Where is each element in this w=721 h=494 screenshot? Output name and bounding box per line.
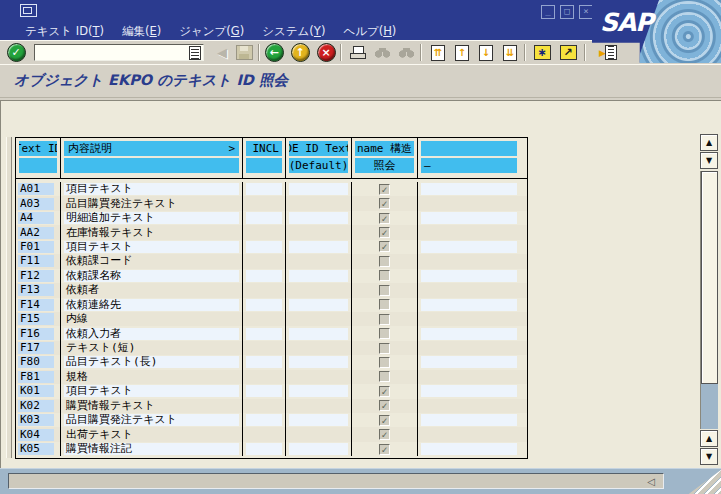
- structure-lookup-checkbox[interactable]: ✓: [379, 444, 390, 455]
- structure-lookup-checkbox[interactable]: [379, 328, 390, 339]
- description-field[interactable]: 依頼課コード: [64, 255, 239, 267]
- de-id-text-field[interactable]: [289, 183, 348, 195]
- structure-lookup-checkbox[interactable]: ✓: [379, 429, 390, 440]
- text-id-field[interactable]: F17: [18, 342, 54, 354]
- de-id-text-field[interactable]: [289, 356, 348, 368]
- de-id-text-field[interactable]: [289, 371, 348, 383]
- text-id-field[interactable]: A03: [18, 198, 54, 210]
- minimize-button[interactable]: _: [541, 5, 555, 19]
- incl-field[interactable]: [246, 356, 282, 368]
- structure-lookup-checkbox[interactable]: [379, 285, 390, 296]
- help-list-button[interactable]: ▶: [596, 43, 620, 62]
- command-history-icon[interactable]: [189, 46, 201, 60]
- find-next-button[interactable]: [396, 43, 416, 62]
- extra-field[interactable]: [421, 429, 517, 441]
- extra-field[interactable]: [421, 212, 517, 224]
- last-page-button[interactable]: ⇊: [500, 43, 520, 62]
- structure-lookup-checkbox[interactable]: [379, 314, 390, 325]
- description-field[interactable]: 明細追加テキスト: [64, 212, 239, 224]
- incl-field[interactable]: [246, 270, 282, 282]
- text-id-field[interactable]: F14: [18, 299, 54, 311]
- page-up-button[interactable]: ↑: [452, 43, 472, 62]
- description-field[interactable]: 出荷テキスト: [64, 429, 239, 441]
- extra-field[interactable]: [421, 183, 517, 195]
- structure-lookup-checkbox[interactable]: [379, 371, 390, 382]
- scroll-up-button[interactable]: ▲: [700, 134, 718, 151]
- structure-lookup-checkbox[interactable]: ✓: [379, 400, 390, 411]
- de-id-text-field[interactable]: [289, 241, 348, 253]
- text-id-field[interactable]: A4: [18, 212, 54, 224]
- structure-lookup-checkbox[interactable]: [379, 270, 390, 281]
- page-up-exit-button[interactable]: ↑: [290, 43, 310, 62]
- incl-field[interactable]: [246, 284, 282, 296]
- extra-field[interactable]: [421, 356, 517, 368]
- extra-field[interactable]: [421, 313, 517, 325]
- de-id-text-field[interactable]: [289, 342, 348, 354]
- scroll-down-button-bottom[interactable]: ▼: [700, 448, 718, 465]
- description-field[interactable]: 依頼入力者: [64, 328, 239, 340]
- extra-field[interactable]: [421, 328, 517, 340]
- de-id-text-field[interactable]: [289, 227, 348, 239]
- structure-lookup-checkbox[interactable]: [379, 343, 390, 354]
- de-id-text-field[interactable]: [289, 299, 348, 311]
- save-button[interactable]: [234, 43, 254, 62]
- extra-field[interactable]: [421, 270, 517, 282]
- structure-lookup-checkbox[interactable]: [379, 299, 390, 310]
- de-id-text-field[interactable]: [289, 198, 348, 210]
- description-field[interactable]: 購買情報テキスト: [64, 400, 239, 412]
- enter-button[interactable]: ✓: [6, 43, 26, 62]
- de-id-text-field[interactable]: [289, 443, 348, 455]
- extra-field[interactable]: [421, 299, 517, 311]
- incl-field[interactable]: [246, 328, 282, 340]
- text-id-field[interactable]: F80: [18, 356, 54, 368]
- incl-field[interactable]: [246, 371, 282, 383]
- description-field[interactable]: 項目テキスト: [64, 241, 239, 253]
- new-session-button[interactable]: ∗: [532, 43, 552, 62]
- incl-field[interactable]: [246, 241, 282, 253]
- text-id-field[interactable]: A01: [18, 183, 54, 195]
- incl-field[interactable]: [246, 443, 282, 455]
- description-field[interactable]: 内線: [64, 313, 239, 325]
- extra-field[interactable]: [421, 198, 517, 210]
- scrollbar-track[interactable]: [700, 171, 718, 429]
- text-id-field[interactable]: K05: [18, 443, 54, 455]
- extra-field[interactable]: [421, 443, 517, 455]
- resize-grip-icon[interactable]: [689, 470, 721, 494]
- text-id-field[interactable]: F81: [18, 371, 54, 383]
- description-field[interactable]: 項目テキスト: [64, 183, 239, 195]
- de-id-text-field[interactable]: [289, 429, 348, 441]
- structure-lookup-checkbox[interactable]: [379, 256, 390, 267]
- text-id-field[interactable]: K02: [18, 400, 54, 412]
- exit-button[interactable]: ←: [264, 43, 284, 62]
- incl-field[interactable]: [246, 198, 282, 210]
- incl-field[interactable]: [246, 429, 282, 441]
- description-field[interactable]: 購買情報注記: [64, 443, 239, 455]
- incl-field[interactable]: [246, 299, 282, 311]
- page-down-button[interactable]: ↓: [476, 43, 496, 62]
- text-id-field[interactable]: AA2: [18, 227, 54, 239]
- de-id-text-field[interactable]: [289, 313, 348, 325]
- description-field[interactable]: 規格: [64, 371, 239, 383]
- extra-field[interactable]: [421, 400, 517, 412]
- de-id-text-field[interactable]: [289, 414, 348, 426]
- de-id-text-field[interactable]: [289, 284, 348, 296]
- description-field[interactable]: 依頼者: [64, 284, 239, 296]
- incl-field[interactable]: [246, 183, 282, 195]
- menu-item-2[interactable]: 編集(E): [113, 24, 170, 39]
- scrollbar-thumb[interactable]: [701, 171, 718, 384]
- first-page-button[interactable]: ⇈: [428, 43, 448, 62]
- incl-field[interactable]: [246, 255, 282, 267]
- scroll-up-button-bottom[interactable]: ▲: [700, 430, 718, 447]
- extra-field[interactable]: [421, 227, 517, 239]
- incl-field[interactable]: [246, 313, 282, 325]
- structure-lookup-checkbox[interactable]: ✓: [379, 213, 390, 224]
- menu-item-3[interactable]: ジャンプ(G): [170, 24, 253, 39]
- text-id-field[interactable]: K01: [18, 385, 54, 397]
- extra-field[interactable]: [421, 371, 517, 383]
- incl-field[interactable]: [246, 342, 282, 354]
- extra-field[interactable]: [421, 241, 517, 253]
- de-id-text-field[interactable]: [289, 400, 348, 412]
- incl-field[interactable]: [246, 400, 282, 412]
- structure-lookup-checkbox[interactable]: ✓: [379, 198, 390, 209]
- description-field[interactable]: 品目購買発注テキスト: [64, 198, 239, 210]
